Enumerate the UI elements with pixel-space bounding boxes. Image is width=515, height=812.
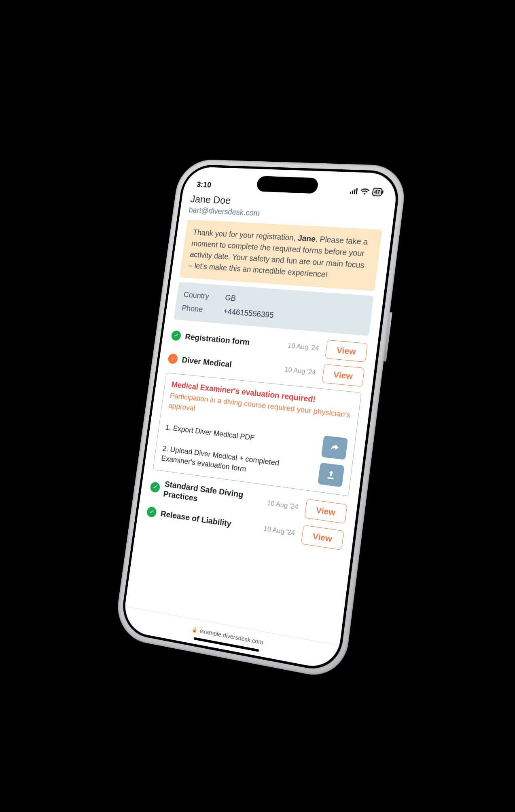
form-date: 10 Aug '24 bbox=[263, 524, 295, 537]
check-icon bbox=[146, 506, 157, 518]
alert-icon bbox=[167, 353, 178, 364]
notch bbox=[256, 176, 318, 194]
form-title: Release of Liability bbox=[160, 508, 259, 533]
country-value: GB bbox=[225, 293, 236, 303]
form-date: 10 Aug '24 bbox=[287, 342, 319, 352]
check-icon bbox=[149, 481, 160, 493]
form-date: 10 Aug '24 bbox=[284, 365, 316, 376]
medical-alert-box: Medical Examiner's evaluation required! … bbox=[153, 372, 361, 496]
upload-button[interactable] bbox=[318, 462, 344, 487]
share-icon bbox=[328, 441, 340, 453]
view-button[interactable]: View bbox=[301, 525, 344, 550]
phone-value: +44615556395 bbox=[223, 306, 274, 319]
signal-icon bbox=[350, 188, 358, 194]
form-title: Diver Medical bbox=[181, 354, 281, 374]
phone-label: Phone bbox=[181, 303, 216, 315]
country-label: Country bbox=[183, 290, 218, 301]
wifi-icon bbox=[360, 188, 369, 195]
side-button bbox=[384, 312, 392, 362]
lock-icon: 🔒 bbox=[191, 626, 198, 633]
battery-icon: 47 bbox=[371, 188, 382, 196]
check-icon bbox=[171, 330, 182, 341]
welcome-banner: Thank you for your registration, Jane. P… bbox=[179, 219, 382, 291]
export-button[interactable] bbox=[321, 435, 348, 460]
view-button[interactable]: View bbox=[324, 340, 367, 362]
view-button[interactable]: View bbox=[304, 499, 347, 523]
status-time: 3:10 bbox=[196, 180, 212, 189]
phone-frame: 3:10 47 Jane Doe bart@diversdesk.com Tha… bbox=[113, 158, 408, 681]
form-title: Registration form bbox=[184, 331, 284, 350]
upload-icon bbox=[325, 469, 337, 481]
view-button[interactable]: View bbox=[322, 364, 365, 386]
screen: 3:10 47 Jane Doe bart@diversdesk.com Tha… bbox=[121, 166, 399, 671]
contact-info: Country GB Phone +44615556395 bbox=[174, 282, 374, 336]
form-date: 10 Aug '24 bbox=[266, 499, 299, 511]
